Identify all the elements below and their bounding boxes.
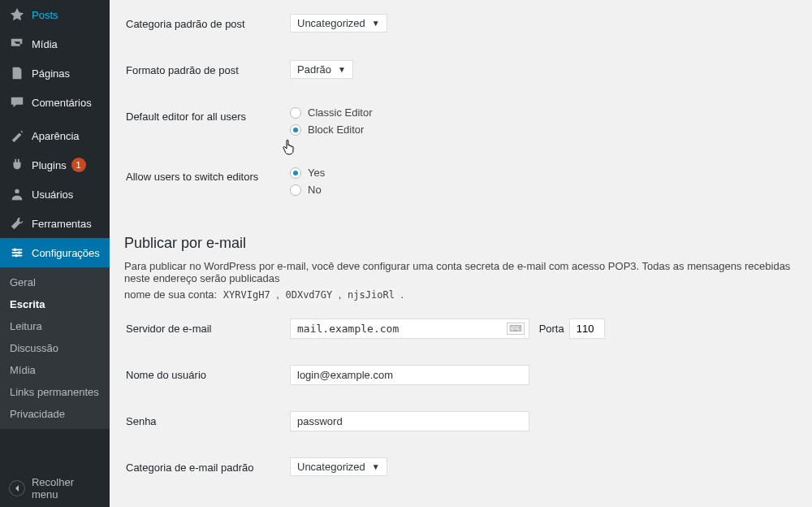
input-senha[interactable] [290, 411, 529, 431]
input-porta[interactable] [569, 318, 605, 339]
sidebar-item-ferramentas[interactable]: Ferramentas [0, 209, 110, 238]
sidebar-item-plugins[interactable]: Plugins 1 [0, 150, 110, 180]
menu-label: Usuários [32, 188, 73, 201]
collapse-label: Recolher menu [32, 476, 103, 500]
plugins-icon [9, 157, 25, 173]
svg-point-0 [15, 189, 19, 193]
select-categoria-padrao[interactable]: Uncategorized ▼ [290, 14, 387, 32]
svg-point-4 [14, 249, 17, 252]
chevron-down-icon: ▼ [372, 19, 380, 28]
input-nome-usuario[interactable] [290, 365, 529, 385]
radio-block-editor[interactable]: Block Editor [290, 124, 802, 136]
radio-icon [290, 107, 301, 119]
menu-label: Aparência [32, 130, 80, 142]
tools-icon [9, 215, 25, 232]
label-senha: Senha [126, 399, 280, 444]
users-icon [9, 186, 25, 202]
menu-label: Configurações [32, 247, 100, 259]
appearance-icon [9, 128, 25, 144]
radio-icon [290, 167, 301, 179]
radio-classic-editor[interactable]: Classic Editor [290, 106, 802, 119]
sidebar-item-usuarios[interactable]: Usuários [0, 180, 110, 209]
collapse-icon [9, 480, 25, 496]
update-badge: 1 [71, 158, 86, 172]
collapse-menu-button[interactable]: Recolher menu [0, 470, 110, 507]
menu-label: Mídia [32, 38, 58, 50]
menu-label: Comentários [32, 97, 92, 109]
submenu-item-geral[interactable]: Geral [0, 271, 110, 293]
settings-writing-panel: Categoria padrão de post Uncategorized ▼… [110, 0, 812, 507]
heading-publicar-email: Publicar por e-mail [124, 235, 812, 252]
submenu-item-links[interactable]: Links permanentes [0, 381, 110, 403]
code-sample-1: XYRVIgH7 [220, 288, 274, 301]
sidebar-item-posts[interactable]: Posts [0, 0, 110, 29]
radio-switch-no[interactable]: No [290, 184, 802, 196]
comments-icon [9, 94, 25, 110]
sidebar-item-configuracoes[interactable]: Configurações [0, 238, 110, 267]
label-categoria-padrao: Categoria padrão de post [126, 2, 280, 46]
sidebar-item-aparencia[interactable]: Aparência [0, 121, 110, 150]
label-formato-padrao: Formato padrão de post [126, 48, 280, 93]
sidebar-item-midia[interactable]: Mídia [0, 29, 110, 58]
media-icon [9, 36, 25, 52]
email-desc-line2: nome de sua conta: XYRVIgH7 , 0DXvd7GY ,… [124, 288, 812, 301]
code-sample-2: 0DXvd7GY [282, 288, 335, 301]
svg-point-6 [15, 254, 18, 258]
menu-label: Páginas [32, 67, 70, 80]
sidebar-item-paginas[interactable]: Páginas [0, 58, 110, 88]
radio-icon [290, 184, 301, 196]
label-porta: Porta [539, 323, 564, 335]
sidebar-item-comentarios[interactable]: Comentários [0, 88, 110, 117]
pin-icon [9, 6, 25, 23]
input-servidor-email[interactable] [290, 318, 529, 339]
radio-icon [290, 124, 301, 136]
menu-label: Ferramentas [32, 218, 92, 230]
label-nome-usuario: Nome do usuário [126, 353, 280, 397]
label-servidor-email: Servidor de e-mail [126, 306, 280, 351]
submenu-item-midia[interactable]: Mídia [0, 359, 110, 381]
radio-switch-yes[interactable]: Yes [290, 167, 802, 179]
code-sample-3: njsJioRl [344, 288, 398, 301]
submenu-item-discussao[interactable]: Discussão [0, 337, 110, 359]
admin-sidebar: Posts Mídia Páginas Comentários Aparênci… [0, 0, 110, 507]
select-formato-padrao[interactable]: Padrão ▼ [290, 60, 353, 79]
chevron-down-icon: ▼ [372, 462, 380, 471]
keyboard-icon: ⌨ [507, 323, 525, 335]
svg-point-5 [18, 251, 21, 254]
pages-icon [9, 65, 25, 81]
label-categoria-email: Categoria de e-mail padrão [126, 445, 280, 490]
submenu-item-escrita[interactable]: Escrita [0, 293, 110, 315]
menu-label: Plugins [32, 159, 67, 171]
label-allow-switch: Allow users to switch editors [126, 154, 280, 213]
submenu-item-privacidade[interactable]: Privacidade [0, 403, 110, 425]
select-categoria-email[interactable]: Uncategorized ▼ [290, 457, 387, 476]
settings-submenu: Geral Escrita Leitura Discussão Mídia Li… [0, 267, 110, 429]
settings-icon [9, 245, 25, 261]
email-desc-line1: Para publicar no WordPress por e-mail, v… [124, 260, 812, 284]
label-default-editor: Default editor for all users [126, 94, 280, 153]
menu-label: Posts [32, 9, 58, 21]
submenu-item-leitura[interactable]: Leitura [0, 315, 110, 337]
chevron-down-icon: ▼ [338, 65, 346, 74]
